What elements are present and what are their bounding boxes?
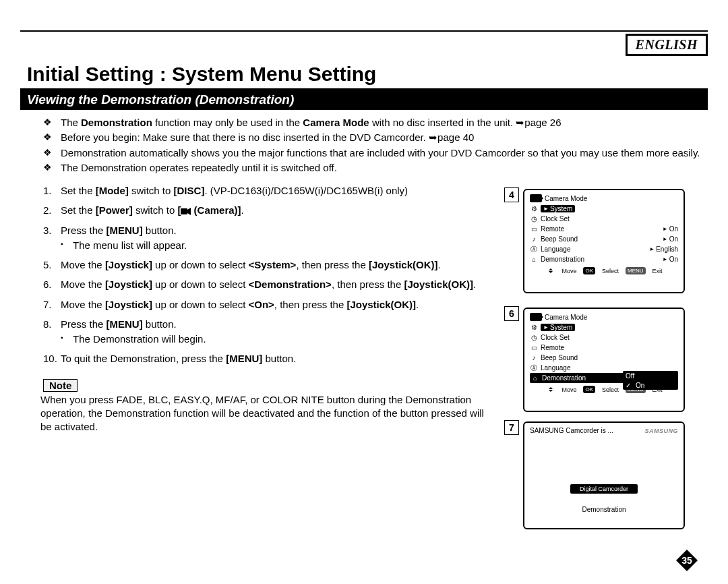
menu-demonstration-hl: Demonstration: [542, 374, 586, 382]
step-8: To quit the Demonstration, press the [ME…: [40, 352, 485, 366]
menu-language: Language: [541, 364, 571, 372]
step-2: Set the [Power] switch to [ (Camera)].: [40, 204, 485, 217]
demo-footer-text: Demonstration: [528, 506, 679, 513]
demo-blank-area: [528, 437, 679, 484]
step-3-sub: The menu list will appear.: [61, 239, 485, 252]
menu-language: Language: [541, 245, 571, 253]
camcorder-icon: [530, 194, 542, 202]
note-label: Note: [43, 379, 78, 392]
step-5: Move the [Joystick] up or down to select…: [40, 278, 485, 291]
camcorder-icon: [530, 313, 542, 321]
option-column: Off On: [623, 371, 678, 390]
note-text: When you press FADE, BLC, EASY.Q, MF/AF,…: [40, 393, 492, 434]
page-title: Initial Setting : System Menu Setting: [27, 63, 376, 86]
remote-icon: ▭: [530, 225, 538, 233]
lcd-screenshot-7: SAMSUNG Camcorder is ... SAMSUNG Digital…: [523, 421, 685, 529]
bullet-3: Demonstration automatically shows you th…: [40, 146, 701, 160]
demo-icon: ⌂: [531, 374, 539, 382]
menu-system-selected: ►System: [541, 205, 575, 212]
page-number: 35: [675, 549, 698, 572]
gear-icon: ⚙: [530, 205, 538, 213]
lcd-mode-title: Camera Mode: [545, 195, 587, 202]
section-subheading: Viewing the Demonstration (Demonstration…: [20, 90, 708, 110]
lcd-screenshot-4: Camera Mode ⚙►System ◷Clock Set ▭Remote►…: [523, 189, 685, 293]
samsung-logo: SAMSUNG: [644, 428, 678, 434]
step-3: Press the [MENU] button. The menu list w…: [40, 224, 485, 253]
menu-pill: MENU: [626, 267, 646, 274]
menu-demonstration: Demonstration: [541, 256, 584, 263]
step-1: Set the [Mode] switch to [DISC]. (VP-DC1…: [40, 184, 485, 198]
bullet-4: The Demonstration operates repeatedly un…: [40, 161, 701, 175]
menu-system-selected: ►System: [541, 324, 575, 331]
step-7-sub: The Demonstration will begin.: [61, 332, 485, 346]
move-arrows-icon: [545, 267, 555, 274]
top-rule: [20, 30, 708, 32]
lcd-screenshot-6: Camera Mode ⚙►System ◷Clock Set ▭Remote …: [523, 308, 685, 412]
demo-chip: Digital Camcorder: [570, 484, 638, 494]
clock-icon: ◷: [530, 334, 538, 342]
step-6: Move the [Joystick] up or down to select…: [40, 298, 485, 312]
ok-pill: OK: [583, 267, 595, 274]
sound-icon: ♪: [530, 354, 538, 362]
language-badge: ENGLISH: [626, 34, 708, 56]
menu-beep: Beep Sound: [541, 354, 578, 361]
gear-icon: ⚙: [530, 324, 538, 332]
menu-remote: Remote: [541, 344, 564, 351]
step-badge-4: 4: [504, 187, 519, 202]
remote-icon: ▭: [530, 344, 538, 352]
option-off: Off: [623, 371, 678, 380]
step-badge-6: 6: [504, 306, 519, 321]
corner-tick: [704, 30, 708, 32]
language-icon: Ⓐ: [530, 364, 538, 372]
intro-bullets: The Demonstration function may only be u…: [40, 116, 701, 175]
menu-beep: Beep Sound: [541, 235, 578, 243]
menu-clock: Clock Set: [541, 215, 570, 223]
language-icon: Ⓐ: [530, 245, 538, 254]
ok-pill: OK: [583, 386, 595, 393]
step-4: Move the [Joystick] up or down to select…: [40, 258, 485, 272]
clock-icon: ◷: [530, 215, 538, 223]
menu-remote: Remote: [541, 225, 564, 233]
bullet-1: The Demonstration function may only be u…: [40, 116, 701, 129]
demo-icon: ⌂: [530, 256, 538, 264]
step-7: Press the [MENU] button. The Demonstrati…: [40, 318, 485, 347]
bullet-2: Before you begin: Make sure that there i…: [40, 131, 701, 144]
sound-icon: ♪: [530, 235, 538, 243]
lcd-footer: Move OKSelect MENUExit: [528, 267, 679, 274]
svg-rect-0: [181, 208, 187, 214]
lcd-mode-title: Camera Mode: [545, 314, 587, 321]
move-arrows-icon: [545, 386, 555, 393]
svg-marker-1: [187, 208, 191, 215]
option-on-checked: On: [623, 380, 678, 390]
demo-header-text: SAMSUNG Camcorder is ...: [530, 427, 613, 434]
step-badge-7: 7: [504, 420, 519, 435]
menu-clock: Clock Set: [541, 334, 570, 341]
